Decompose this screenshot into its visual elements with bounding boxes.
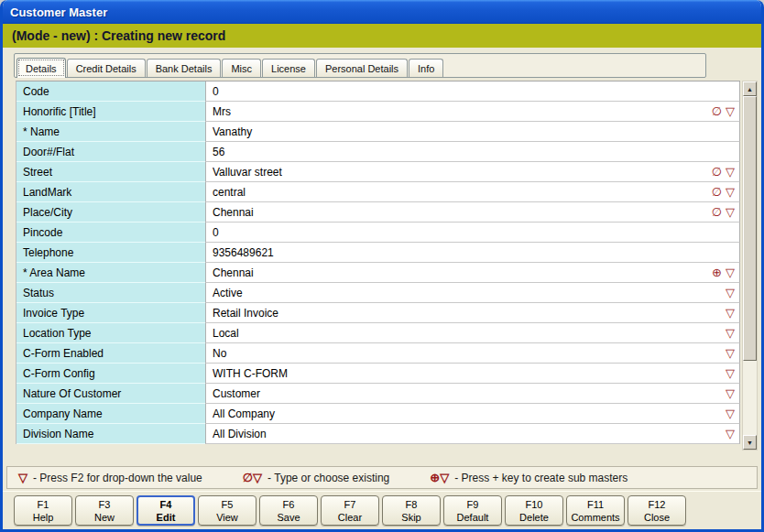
legend-text: - Type or choose existing bbox=[267, 472, 389, 484]
f7-clear-button[interactable]: F7Clear bbox=[321, 495, 379, 526]
dropdown-icon[interactable]: ▽ bbox=[726, 307, 735, 319]
field-value: Local bbox=[213, 327, 722, 340]
field-input-invoice-type[interactable]: Retail Invoice▽ bbox=[205, 303, 740, 323]
field-label: Honorific [Title] bbox=[16, 102, 205, 122]
button-fkey: F3 bbox=[99, 498, 111, 511]
type-or-choose-icon[interactable]: ∅ bbox=[712, 105, 722, 117]
tab-bank-details[interactable]: Bank Details bbox=[147, 59, 222, 77]
tab-personal-details[interactable]: Personal Details bbox=[316, 59, 408, 77]
field-input-place-city[interactable]: Chennai∅▽ bbox=[205, 202, 740, 223]
field-label: Code bbox=[16, 81, 205, 102]
field-value: 56 bbox=[213, 146, 735, 158]
dropdown-icon[interactable]: ▽ bbox=[726, 387, 735, 399]
button-fkey: F10 bbox=[526, 498, 543, 511]
dropdown-icon[interactable]: ▽ bbox=[726, 266, 735, 278]
type-or-choose-hint: ∅▽- Type or choose existing bbox=[243, 471, 390, 484]
form-row-c-form-config: C-Form ConfigWITH C-FORM▽ bbox=[16, 364, 740, 384]
field-input-name[interactable]: Vanathy bbox=[205, 122, 740, 142]
button-label: Edit bbox=[157, 511, 176, 524]
field-input-company-name[interactable]: All Company▽ bbox=[205, 404, 740, 424]
scroll-up-button[interactable]: ▲ bbox=[743, 81, 757, 96]
button-label: Help bbox=[33, 511, 54, 524]
vertical-scrollbar[interactable]: ▲ ▼ bbox=[742, 81, 758, 451]
field-value: Active bbox=[213, 287, 722, 299]
dropdown-icon[interactable]: ▽ bbox=[726, 428, 735, 440]
button-fkey: F6 bbox=[283, 498, 295, 511]
create-sub-master-icon[interactable]: ⊕ bbox=[712, 266, 722, 278]
tab-license[interactable]: License bbox=[262, 59, 315, 77]
field-label: * Name bbox=[16, 122, 205, 142]
field-value: 9356489621 bbox=[213, 246, 735, 259]
title-bar[interactable]: Customer Master bbox=[3, 0, 761, 24]
field-input-status[interactable]: Active▽ bbox=[205, 283, 740, 303]
scroll-down-button[interactable]: ▼ bbox=[743, 435, 757, 450]
field-label: LandMark bbox=[16, 182, 205, 202]
form-row-location-type: Location TypeLocal▽ bbox=[16, 323, 740, 343]
field-label: Telephone bbox=[16, 243, 205, 263]
dropdown-icon[interactable]: ▽ bbox=[726, 327, 735, 339]
f11-comments-button[interactable]: F11Comments bbox=[566, 495, 625, 526]
dropdown-icon[interactable]: ▽ bbox=[726, 367, 735, 379]
f8-skip-button[interactable]: F8Skip bbox=[382, 495, 441, 526]
field-value: All Division bbox=[213, 428, 722, 440]
dropdown-icon[interactable]: ▽ bbox=[726, 347, 735, 359]
field-input-area-name[interactable]: Chennai⊕▽ bbox=[205, 263, 740, 283]
field-value: Mrs bbox=[213, 105, 708, 118]
form-row-status: StatusActive▽ bbox=[16, 283, 740, 303]
field-input-landmark[interactable]: central∅▽ bbox=[205, 182, 740, 202]
form-row-telephone: Telephone9356489621 bbox=[16, 243, 740, 263]
type-or-choose-icon[interactable]: ∅ bbox=[712, 206, 722, 218]
button-fkey: F8 bbox=[406, 498, 418, 511]
create-sub-master-hint: ⊕▽- Press + key to create sub masters bbox=[430, 471, 628, 484]
field-value: 0 bbox=[213, 226, 735, 239]
dropdown-icon[interactable]: ▽ bbox=[726, 166, 735, 178]
field-input-honorific-title[interactable]: Mrs∅▽ bbox=[205, 102, 740, 122]
button-label: Save bbox=[277, 511, 300, 524]
scrollbar-track[interactable] bbox=[743, 96, 757, 435]
f4-edit-button[interactable]: F4Edit bbox=[136, 495, 195, 526]
field-input-nature-of-customer[interactable]: Customer▽ bbox=[205, 384, 740, 404]
field-value: Customer bbox=[213, 387, 722, 400]
form-row-pincode: Pincode0 bbox=[16, 223, 740, 243]
tab-info[interactable]: Info bbox=[409, 59, 443, 77]
field-label: Invoice Type bbox=[16, 303, 205, 323]
field-input-c-form-enabled[interactable]: No▽ bbox=[205, 343, 740, 364]
field-input-pincode[interactable]: 0 bbox=[205, 223, 740, 243]
field-input-telephone[interactable]: 9356489621 bbox=[205, 243, 740, 263]
dropdown-icon[interactable]: ▽ bbox=[726, 105, 735, 117]
dropdown-icon[interactable]: ▽ bbox=[726, 206, 735, 218]
tab-misc[interactable]: Misc bbox=[222, 59, 261, 77]
f1-help-button[interactable]: F1Help bbox=[14, 495, 72, 526]
tab-strip: DetailsCredit DetailsBank DetailsMiscLic… bbox=[3, 48, 761, 79]
f12-close-button[interactable]: F12Close bbox=[628, 495, 686, 526]
f3-new-button[interactable]: F3New bbox=[75, 495, 134, 526]
scrollbar-thumb[interactable] bbox=[743, 96, 757, 361]
button-label: New bbox=[94, 511, 115, 524]
button-fkey: F5 bbox=[222, 498, 234, 511]
type-or-choose-hint-icon: ∅▽ bbox=[243, 471, 262, 484]
form-row-landmark: LandMarkcentral∅▽ bbox=[16, 182, 740, 202]
f6-save-button[interactable]: F6Save bbox=[259, 495, 318, 526]
field-label: Company Name bbox=[16, 404, 205, 424]
window-title: Customer Master bbox=[10, 5, 107, 19]
f5-view-button[interactable]: F5View bbox=[198, 495, 256, 526]
field-label: Place/City bbox=[16, 202, 205, 223]
field-input-code[interactable]: 0 bbox=[205, 81, 740, 102]
field-input-location-type[interactable]: Local▽ bbox=[205, 323, 740, 343]
field-value: Vanathy bbox=[213, 125, 735, 138]
type-or-choose-icon[interactable]: ∅ bbox=[712, 186, 722, 198]
type-or-choose-icon[interactable]: ∅ bbox=[712, 166, 722, 178]
field-label: * Area Name bbox=[16, 263, 205, 283]
field-input-division-name[interactable]: All Division▽ bbox=[205, 424, 740, 444]
field-input-c-form-config[interactable]: WITH C-FORM▽ bbox=[205, 364, 740, 384]
f9-default-button[interactable]: F9Default bbox=[443, 495, 502, 526]
field-value: No bbox=[213, 347, 722, 360]
field-input-street[interactable]: Valluvar street∅▽ bbox=[205, 162, 740, 182]
field-input-door-flat[interactable]: 56 bbox=[205, 142, 740, 162]
f10-delete-button[interactable]: F10Delete bbox=[505, 495, 563, 526]
tab-details[interactable]: Details bbox=[16, 58, 66, 78]
tab-credit-details[interactable]: Credit Details bbox=[67, 59, 146, 77]
dropdown-icon[interactable]: ▽ bbox=[726, 186, 735, 198]
dropdown-icon[interactable]: ▽ bbox=[726, 407, 735, 419]
dropdown-icon[interactable]: ▽ bbox=[726, 287, 735, 299]
